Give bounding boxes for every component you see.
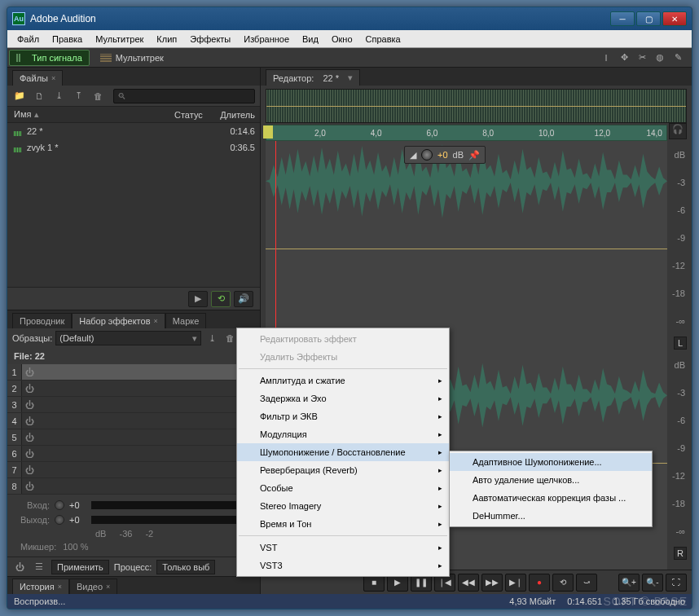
fx-list-icon[interactable]: ☰	[32, 561, 46, 574]
import-icon[interactable]: ⤓	[51, 90, 66, 103]
power-icon[interactable]: ⏻	[22, 449, 37, 459]
zoom-out-icon[interactable]: 🔍-	[642, 574, 663, 592]
power-icon[interactable]: ⏻	[22, 433, 37, 442]
tab-video[interactable]: Видео×	[69, 579, 117, 594]
editor-tab[interactable]: Редактор: 22 * ▾	[266, 69, 360, 86]
effect-slot[interactable]: 2⏻	[7, 381, 260, 397]
power-icon[interactable]: ⏻	[22, 465, 37, 475]
delete-preset-icon[interactable]: 🗑	[222, 332, 237, 345]
input-value[interactable]: +0	[69, 500, 80, 510]
time-ruler[interactable]: 2,0 4,0 6,0 8,0 10,0 12,0 14,0	[266, 125, 667, 141]
output-value[interactable]: +0	[69, 515, 80, 525]
power-icon[interactable]: ⏻	[22, 367, 37, 377]
cti-marker-icon[interactable]	[263, 125, 273, 139]
menu-effects[interactable]: Эффекты	[183, 32, 237, 46]
effect-slot[interactable]: 5⏻	[7, 429, 260, 446]
close-button[interactable]: ✕	[662, 11, 687, 26]
menu-clip[interactable]: Клип	[150, 32, 183, 46]
menu-item-delay[interactable]: Задержка и Эхо	[237, 389, 449, 407]
menu-item-time-pitch[interactable]: Время и Тон	[237, 515, 449, 533]
minimize-button[interactable]: ─	[610, 11, 635, 26]
menu-item-special[interactable]: Особые	[237, 479, 449, 497]
col-status[interactable]: Статус	[174, 110, 215, 120]
process-dropdown[interactable]: Только выб	[156, 560, 215, 574]
close-icon[interactable]: ×	[58, 583, 62, 591]
effect-slot[interactable]: 6⏻	[7, 446, 260, 462]
file-list-header[interactable]: Имя ▴ Статус Длитель	[7, 107, 260, 123]
loop-button[interactable]: ⟲	[211, 291, 231, 307]
mixer-value[interactable]: 100 %	[63, 542, 88, 552]
tab-history[interactable]: История×	[12, 579, 69, 594]
autoplay-button[interactable]: 🔊	[234, 291, 253, 307]
menu-view[interactable]: Вид	[296, 32, 325, 46]
col-duration[interactable]: Длитель	[215, 110, 260, 120]
export-icon[interactable]: ⤒	[71, 90, 86, 103]
gain-hud[interactable]: ◢ +0 dB 📌	[404, 146, 486, 164]
menu-item-modulation[interactable]: Модуляция	[237, 425, 449, 443]
record-button[interactable]: ●	[529, 574, 550, 592]
close-icon[interactable]: ×	[106, 583, 110, 591]
power-icon[interactable]: ⏻	[22, 482, 37, 491]
menu-help[interactable]: Справка	[359, 32, 407, 46]
zoom-in-icon[interactable]: 🔍+	[618, 574, 640, 592]
power-icon[interactable]: ⏻	[22, 384, 37, 394]
waveform-mode-button[interactable]: Тип сигнала	[9, 50, 90, 66]
tool-cursor-icon[interactable]: I	[599, 51, 613, 65]
play-button[interactable]: ▶	[188, 291, 208, 307]
file-row[interactable]: 22 * 0:14.6	[7, 123, 260, 139]
power-icon[interactable]: ⏻	[22, 416, 37, 426]
tool-brush-icon[interactable]: ✎	[670, 51, 685, 65]
tab-explorer[interactable]: Проводник	[12, 313, 72, 328]
menu-item-noise-reduction[interactable]: Шумопонижение / Восстановление	[237, 443, 449, 461]
channel-left-button[interactable]: L	[674, 337, 687, 350]
menu-item-vst[interactable]: VST	[237, 539, 449, 557]
tool-heal-icon[interactable]: ◍	[653, 51, 667, 65]
submenu-auto-phase[interactable]: Аавтоматическая коррекция фазы ...	[450, 489, 652, 507]
fx-power-icon[interactable]: ⏻	[12, 561, 27, 574]
effect-slot[interactable]: 4⏻	[7, 413, 260, 429]
col-name[interactable]: Имя ▴	[7, 109, 174, 120]
power-icon[interactable]: ⏻	[22, 400, 37, 410]
to-end-button[interactable]: ▶❘	[505, 574, 526, 592]
preset-dropdown[interactable]: (Default)▾	[55, 331, 201, 345]
delete-icon[interactable]: 🗑	[90, 90, 105, 103]
input-knob[interactable]	[55, 500, 64, 510]
effect-slot[interactable]: 1⏻▸▸	[7, 364, 260, 381]
search-input[interactable]: 🔍︎	[113, 89, 255, 103]
tool-razor-icon[interactable]: ✂	[635, 51, 649, 65]
menu-item-vst3[interactable]: VST3	[237, 557, 449, 574]
menu-multitrack[interactable]: Мультитрек	[89, 32, 150, 46]
effect-slot[interactable]: 3⏻	[7, 397, 260, 413]
save-preset-icon[interactable]: ⤓	[204, 332, 219, 345]
channel-right-button[interactable]: R	[674, 547, 687, 560]
submenu-auto-click[interactable]: Авто удаление щелчков...	[450, 471, 652, 489]
close-icon[interactable]: ×	[154, 317, 158, 325]
loop-button[interactable]: ⟲	[552, 574, 574, 592]
menu-item-filter[interactable]: Фильтр и ЭКВ	[237, 407, 449, 425]
waveform-overview[interactable]	[266, 89, 687, 123]
titlebar[interactable]: Au Adobe Audition ─ ▢ ✕	[7, 7, 692, 30]
gain-knob[interactable]	[421, 149, 433, 161]
menu-item-stereo[interactable]: Stereo Imagery	[237, 497, 449, 515]
zoom-fit-icon[interactable]: ⛶	[666, 574, 687, 592]
file-row[interactable]: zvyk 1 * 0:36.5	[7, 139, 260, 156]
headphones-icon[interactable]: 🎧	[669, 123, 687, 139]
open-file-icon[interactable]: 📁	[12, 90, 27, 103]
submenu-dehummer[interactable]: DeHummer...	[450, 507, 652, 525]
files-tab[interactable]: Файлы ×	[12, 70, 63, 86]
forward-button[interactable]: ▶▶	[481, 574, 503, 592]
tab-markers[interactable]: Марке	[165, 313, 207, 328]
close-icon[interactable]: ×	[51, 74, 55, 82]
skip-button[interactable]: ⤻	[576, 574, 597, 592]
tool-move-icon[interactable]: ✥	[617, 51, 631, 65]
multitrack-mode-button[interactable]: Мультитрек	[93, 50, 171, 66]
rewind-button[interactable]: ◀◀	[458, 574, 479, 592]
menu-item-delete-effects[interactable]: Удалить Эффекты	[237, 348, 449, 366]
submenu-adaptive-nr[interactable]: Адаптивное Шумопонижение...	[450, 453, 652, 471]
menu-file[interactable]: Файл	[11, 32, 46, 46]
new-file-icon[interactable]: 🗋	[32, 90, 46, 103]
menu-window[interactable]: Окно	[325, 32, 359, 46]
effect-slot[interactable]: 7⏻	[7, 462, 260, 478]
menu-item-edit-effect[interactable]: Редактировать эффект	[237, 330, 449, 348]
menu-favorites[interactable]: Избранное	[237, 32, 296, 46]
